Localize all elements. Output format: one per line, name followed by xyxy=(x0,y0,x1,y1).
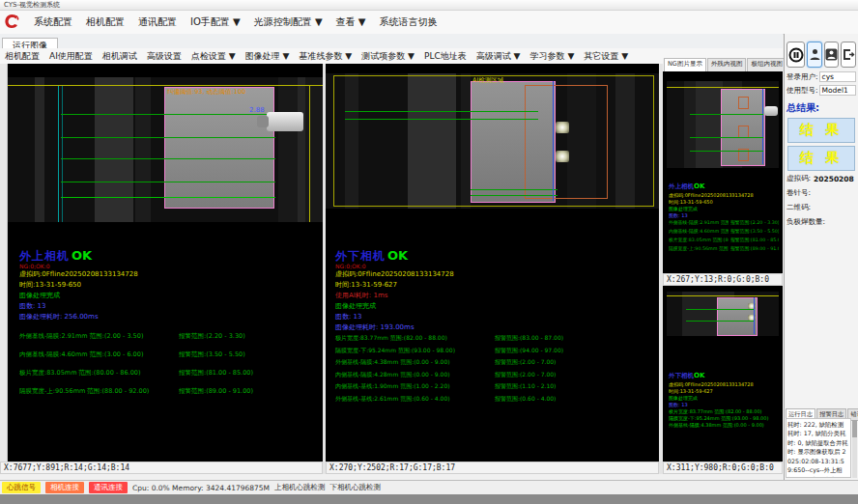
thumbnail-top-image[interactable] xyxy=(667,81,779,168)
thumb-tab-cell-view[interactable]: 极组内视图 xyxy=(747,58,786,71)
thumbnail-bottom-coordinates: X:311;Y:980;R:0;G:0;B:0 xyxy=(663,462,783,474)
middle-camera-title: 外下相机 xyxy=(335,249,386,263)
measurement-row: 外侧基线-基线:2.61mm 范围:(0.60 - 4.00) 报警范围:(0.… xyxy=(335,395,654,407)
thumbnail-bottom-image[interactable] xyxy=(667,292,779,336)
menu-item-light-config[interactable]: 光源控制配置 ▼ xyxy=(247,15,329,29)
tool-image-processing[interactable]: 图像处理 ▼ xyxy=(241,50,295,63)
virtual-code-field: 虚拟码: 20250208 xyxy=(786,174,856,183)
thumbnail-bottom-panel[interactable]: 外下相机OK 虚拟码:0Ffline20250208133134728 时间:1… xyxy=(663,286,783,462)
measurement-alarm: 报警范围:(3.50 - 5.50) xyxy=(179,350,245,359)
left-result-ok: OK xyxy=(72,248,92,263)
measure-line-green xyxy=(345,119,538,120)
tool-advanced-settings[interactable]: 高级设置 xyxy=(142,50,186,63)
menu-item-system-config[interactable]: 系统配置 xyxy=(27,15,79,29)
virtual-code-label: 虚拟码: xyxy=(786,174,811,183)
total-result-label: 总结果: xyxy=(786,101,856,115)
left-measurements: 外侧基线-隔膜:2.91mm 范围:(2.00 - 3.50) 报警范围:(2.… xyxy=(19,332,319,406)
measure-line-green xyxy=(471,189,558,190)
measure-line-green xyxy=(471,195,558,196)
menu-item-io-config[interactable]: IO手配置 ▼ xyxy=(184,15,247,29)
tool-baseline-params[interactable]: 基准线参数 ▼ xyxy=(294,50,357,63)
tool-learning-params[interactable]: 学习参数 ▼ xyxy=(526,50,580,63)
model-field: 使用型号: Model1 xyxy=(786,85,856,96)
measurement-row: 外侧基线-隔膜:2.91mm 范围:(2.00 - 3.50) 报警范围:(2.… xyxy=(19,332,319,350)
left-camera-panel: 纠偏阈值:93, 动态阈值:100 2.88 外上相机OK NG:0;OK:0 … xyxy=(8,64,323,462)
sidebar-button-row xyxy=(786,42,856,68)
login-user-value[interactable]: cys xyxy=(819,71,856,82)
measurement-text: 内侧基线-隔膜:4.60mm 范围:(3.00 - 6.00) xyxy=(19,350,143,359)
right-sidebar: 登录用户: cys 使用型号: Model1 总结果: 结 果 结 果 虚拟码:… xyxy=(784,34,858,480)
texture-band xyxy=(696,81,723,168)
pin-number-label: 卷针号: xyxy=(786,188,856,198)
measurement-text: 内侧基线-隔膜:4.28mm 范围:(0.00 - 9.00) xyxy=(335,371,450,379)
left-time: 时间:13-31-59-650 xyxy=(19,280,315,291)
measure-line-green xyxy=(61,197,275,198)
thumb-measurement-line: 隔膜宽度-下:95.24mm 范围:(93.00 - 98.00) xyxy=(669,415,779,422)
upper-camera-status: 上相机心跳检测 xyxy=(274,483,326,492)
middle-barcode: 虚拟码:0Ffline20250208133134728 xyxy=(335,269,644,280)
exit-button[interactable] xyxy=(841,42,856,68)
measurement-text: 外侧基线-隔膜:2.91mm 范围:(2.00 - 3.50) xyxy=(19,332,143,341)
ai-region-label: AI检测区域 xyxy=(472,76,503,85)
thumb-camera-title: 外下相机 xyxy=(669,372,694,379)
measurement-row: 内侧基线-隔膜:4.28mm 范围:(0.00 - 9.00) 报警范围:(2.… xyxy=(335,371,654,383)
model-value[interactable]: Model1 xyxy=(819,85,856,96)
tab-strip: 运行图像 xyxy=(0,34,783,49)
log-scrollbar-thumb[interactable] xyxy=(852,420,857,437)
operator-button[interactable] xyxy=(824,42,840,68)
left-process-done: 图像处理完成 xyxy=(19,291,315,301)
app-window: CYS-视觉检测系统 系统配置 相机配置 通讯配置 IO手配置 ▼ 光源控制配置… xyxy=(0,0,858,504)
measure-line-green xyxy=(690,114,763,115)
tool-plc-address[interactable]: PLC地址表 xyxy=(419,50,472,63)
measurement-alarm: 报警范围:(0.60 - 4.00) xyxy=(495,395,556,404)
tool-ai-config[interactable]: AI使用配置 xyxy=(44,50,98,63)
pause-button[interactable] xyxy=(786,42,805,68)
thumb-measurement-row: 外侧基线-隔膜:2.91mm 范围:(2.00 - 3.50) 报警范围:(2.… xyxy=(669,219,781,228)
tool-spot-check[interactable]: 点检设置 ▼ xyxy=(186,50,241,63)
texture-band xyxy=(35,77,44,222)
gripper-blob xyxy=(267,112,303,131)
user-login-button[interactable] xyxy=(807,42,822,68)
edge-line-blue xyxy=(762,89,763,164)
log-scrollbar[interactable] xyxy=(852,418,857,478)
ai-roi-marker xyxy=(738,97,749,109)
login-user-label: 登录用户: xyxy=(786,72,818,82)
thumb-tab-outer-view[interactable]: 外残内视图 xyxy=(707,58,747,71)
left-camera-image[interactable]: 纠偏阈值:93, 动态阈值:100 2.88 xyxy=(8,77,323,222)
menubar: 系统配置 相机配置 通讯配置 IO手配置 ▼ 光源控制配置 ▼ 查看 ▼ 系统语… xyxy=(0,11,858,35)
tool-advanced-debug[interactable]: 高级调试 ▼ xyxy=(472,50,526,63)
alignment-line-yellow xyxy=(667,295,779,296)
tool-test-params[interactable]: 测试项参数 ▼ xyxy=(357,50,419,63)
menu-item-view[interactable]: 查看 ▼ xyxy=(329,15,373,29)
login-user-field: 登录用户: cys xyxy=(786,71,856,82)
thumb-measurement-alarm: 报警范围:(2.20 - 3.30) xyxy=(730,219,779,225)
result-box-top: 结 果 xyxy=(787,118,855,143)
reflection-blob xyxy=(556,122,569,133)
measurement-alarm: 报警范围:(2.00 - 7.00) xyxy=(495,371,556,379)
user-icon xyxy=(810,48,820,61)
thumb-tab-ng-display[interactable]: NG图片显示 xyxy=(664,58,706,71)
thumb-measurement-row: 极片宽度:83.05mm 范围:(80.00 - 86.00) 报警范围:(81… xyxy=(669,237,781,245)
menu-item-comm-config[interactable]: 通讯配置 xyxy=(131,15,184,29)
measurement-text: 外侧基线-基线:2.61mm 范围:(0.60 - 4.00) xyxy=(335,395,450,404)
measure-line-green xyxy=(686,309,754,310)
thumb-result-ok: OK xyxy=(694,372,704,379)
thumb-process-done: 图像处理完成 xyxy=(669,395,779,402)
tool-camera-config[interactable]: 相机配置 xyxy=(0,50,44,63)
middle-camera-image[interactable]: AI检测区域 xyxy=(326,73,659,209)
ai-roi-rect-orange xyxy=(525,85,608,199)
tool-camera-debug[interactable]: 相机调试 xyxy=(98,50,142,63)
menu-item-camera-config[interactable]: 相机配置 xyxy=(79,15,131,29)
middle-result-block: 外下相机OK NG:0;OK:0 虚拟码:0Ffline202502081331… xyxy=(335,245,644,333)
texture-band xyxy=(135,77,151,222)
tool-other-settings[interactable]: 其它设置 ▼ xyxy=(579,50,633,63)
model-label: 使用型号: xyxy=(786,86,818,96)
left-splitter[interactable] xyxy=(0,64,8,474)
left-pixel-coordinates: X:7677;Y:891;R:14;G:14;B:14 xyxy=(0,462,323,474)
thumbnail-top-panel[interactable]: 外上相机OK 虚拟码:0Ffline20250208133134728 时间:1… xyxy=(663,71,783,273)
alignment-line-yellow xyxy=(8,85,323,86)
menu-item-language-switch[interactable]: 系统语言切换 xyxy=(372,15,443,29)
thumb-barcode: 虚拟码:0Ffline20250208133134728 xyxy=(669,192,779,199)
bottom-desktop-strip xyxy=(0,494,858,504)
thumb-measurement-alarm: 报警范围:(81.00 - 85.00) xyxy=(730,237,779,242)
